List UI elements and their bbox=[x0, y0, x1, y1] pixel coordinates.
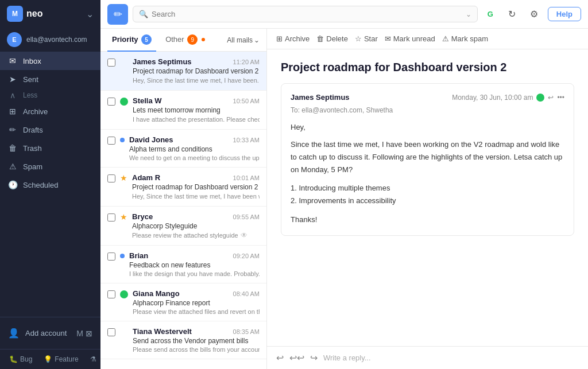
email-sender: Adam R bbox=[132, 173, 160, 182]
gmail-icon: M bbox=[76, 329, 83, 338]
email-time: 10:50 AM bbox=[233, 98, 260, 104]
email-checkbox[interactable] bbox=[107, 174, 115, 182]
mark-spam-label: Mark spam bbox=[451, 34, 488, 43]
body-line-1: Hey, bbox=[291, 121, 564, 134]
email-sender: Giana Mango bbox=[133, 289, 180, 298]
card-body: Hey, Since the last time we met, I have … bbox=[291, 121, 564, 226]
email-time: 11:20 AM bbox=[233, 59, 260, 65]
sidebar-item-drafts[interactable]: ✏ Drafts bbox=[0, 121, 100, 139]
all-mails-button[interactable]: All mails ⌄ bbox=[227, 36, 260, 44]
sidebar-item-spam[interactable]: ⚠ Spam bbox=[0, 157, 100, 176]
email-content: Tiana Westervelt 08:35 AM Send across th… bbox=[133, 327, 260, 353]
tab-priority[interactable]: Priority 5 bbox=[107, 29, 156, 52]
reply-bar: ↩ ↩↩ ↪ Write a reply... bbox=[267, 346, 588, 369]
reply-quick-icon[interactable]: ↩ bbox=[548, 94, 554, 102]
bug-button[interactable]: 🐛 Bug bbox=[5, 353, 37, 366]
green-status-dot bbox=[120, 290, 128, 298]
sidebar: M neo ⌄ E ella@avontech.com ✉ Inbox ➤ Se… bbox=[0, 0, 100, 369]
reply-icon[interactable]: ↩ bbox=[276, 352, 284, 363]
email-list-item[interactable]: Giana Mango 08:40 AM Alphacorp Finance r… bbox=[100, 283, 266, 321]
search-filter-icon[interactable]: ⌄ bbox=[466, 10, 471, 18]
email-header: James Septimus 11:20 AM bbox=[133, 57, 260, 66]
card-header: James Septimus Monday, 30 Jun, 10:00 am … bbox=[291, 93, 564, 102]
email-list-item[interactable]: Stella W 10:50 AM Lets meet tomorrow mor… bbox=[100, 91, 266, 130]
body-line-5: Thanks! bbox=[291, 213, 564, 226]
email-preview: I have attached the presentation. Please… bbox=[133, 115, 260, 123]
email-checkbox[interactable] bbox=[107, 137, 115, 145]
email-header: Tiana Westervelt 08:35 AM bbox=[133, 327, 260, 336]
sidebar-item-sent[interactable]: ➤ Sent bbox=[0, 70, 100, 88]
email-content: Adam R 10:01 AM Project roadmap for Dash… bbox=[132, 173, 260, 200]
sidebar-item-less[interactable]: ∧ Less bbox=[0, 88, 100, 102]
chevron-down-icon[interactable]: ⌄ bbox=[86, 9, 94, 20]
email-header: Stella W 10:50 AM bbox=[133, 96, 260, 105]
email-list-item[interactable]: ★ Adam R 10:01 AM Project roadmap for Da… bbox=[100, 168, 266, 207]
archive-toolbar-icon: ⊞ bbox=[276, 34, 283, 43]
feature-button[interactable]: 💡 Feature bbox=[39, 353, 83, 366]
email-preview: Please review the attached styleguide👁 bbox=[132, 231, 260, 239]
archive-icon: ⊞ bbox=[8, 107, 17, 116]
email-sender: James Septimus bbox=[133, 57, 192, 66]
sidebar-item-scheduled-label: Scheduled bbox=[23, 181, 58, 189]
sidebar-header: M neo ⌄ bbox=[0, 0, 100, 28]
tab-other[interactable]: Other 9 bbox=[161, 29, 210, 52]
sidebar-item-trash[interactable]: 🗑 Trash bbox=[0, 139, 100, 157]
other-dot bbox=[202, 38, 205, 41]
bottom-bar: 🐛 Bug 💡 Feature ⚗ bbox=[0, 349, 100, 369]
sidebar-item-sent-label: Sent bbox=[23, 75, 38, 84]
email-header: Adam R 10:01 AM bbox=[132, 173, 260, 182]
topbar: ✏ 🔍 ⌄ G ↻ ⚙ Help bbox=[100, 0, 588, 29]
help-button[interactable]: Help bbox=[548, 7, 581, 21]
email-list-item[interactable]: ★ Bryce 09:55 AM Alphacorp Styleguide Pl… bbox=[100, 207, 266, 246]
email-viewer: ⊞ Archive 🗑 Delete ☆ Star ✉ Mark unread … bbox=[267, 29, 588, 369]
unread-dot bbox=[120, 254, 125, 258]
email-sender: Brian bbox=[129, 251, 148, 260]
grammarly-icon[interactable]: G bbox=[482, 6, 498, 22]
email-subject-title: Project roadmap for Dashboard version 2 bbox=[281, 61, 574, 74]
inbox-icon: ✉ bbox=[8, 56, 17, 65]
email-checkbox[interactable] bbox=[107, 59, 115, 67]
email-time: 10:01 AM bbox=[233, 174, 260, 181]
mark-unread-button[interactable]: ✉ Mark unread bbox=[385, 34, 435, 43]
priority-badge: 5 bbox=[141, 34, 152, 45]
reply-input[interactable]: Write a reply... bbox=[323, 354, 579, 362]
forward-icon[interactable]: ↪ bbox=[310, 352, 318, 363]
sidebar-item-archive[interactable]: ⊞ Archive bbox=[0, 102, 100, 121]
compose-button[interactable]: ✏ bbox=[107, 4, 128, 25]
star-toolbar-icon: ☆ bbox=[355, 34, 362, 43]
delete-button[interactable]: 🗑 Delete bbox=[316, 34, 348, 43]
email-header: Brian 09:20 AM bbox=[129, 251, 260, 260]
email-list-item[interactable]: David Jones 10:33 AM Alpha terms and con… bbox=[100, 130, 266, 168]
refresh-icon[interactable]: ↻ bbox=[504, 6, 520, 22]
flask-button[interactable]: ⚗ bbox=[86, 353, 101, 366]
body-line-3: 1. Introducing multiple themes bbox=[291, 182, 564, 195]
search-input[interactable] bbox=[152, 10, 462, 18]
email-checkbox[interactable] bbox=[107, 328, 115, 336]
account-row[interactable]: E ella@avontech.com bbox=[0, 28, 100, 52]
sidebar-item-scheduled[interactable]: 🕐 Scheduled bbox=[0, 176, 100, 194]
mark-spam-button[interactable]: ⚠ Mark spam bbox=[442, 34, 488, 43]
more-options-icon[interactable]: ••• bbox=[557, 94, 564, 102]
card-date-area: Monday, 30 Jun, 10:00 am ↩ ••• bbox=[452, 94, 564, 102]
settings-icon[interactable]: ⚙ bbox=[526, 6, 542, 22]
archive-button[interactable]: ⊞ Archive bbox=[276, 34, 310, 43]
email-checkbox[interactable] bbox=[107, 213, 115, 222]
email-preview: We need to get on a meeting to discuss t… bbox=[129, 154, 260, 161]
bug-label: Bug bbox=[20, 355, 32, 363]
email-checkbox[interactable] bbox=[107, 98, 115, 106]
content: Priority 5 Other 9 All mails ⌄ J bbox=[100, 29, 588, 369]
email-list-item[interactable]: Brian 09:20 AM Feedback on new features … bbox=[100, 246, 266, 283]
email-list-item[interactable]: James Septimus 11:20 AM Project roadmap … bbox=[100, 52, 266, 91]
add-account-button[interactable]: 👤 Add account M ⊠ bbox=[0, 322, 100, 344]
star-indicator: ★ bbox=[120, 212, 127, 222]
sidebar-item-inbox[interactable]: ✉ Inbox bbox=[0, 52, 100, 70]
viewer-toolbar: ⊞ Archive 🗑 Delete ☆ Star ✉ Mark unread … bbox=[267, 29, 588, 49]
spam-icon: ⚠ bbox=[8, 162, 17, 171]
star-button[interactable]: ☆ Star bbox=[355, 34, 378, 43]
drafts-icon: ✏ bbox=[8, 125, 17, 134]
email-checkbox[interactable] bbox=[107, 290, 115, 298]
reply-all-icon[interactable]: ↩↩ bbox=[289, 352, 304, 363]
email-checkbox[interactable] bbox=[107, 253, 115, 261]
email-sender: David Jones bbox=[129, 135, 173, 144]
email-list-item[interactable]: Tiana Westervelt 08:35 AM Send across th… bbox=[100, 321, 266, 359]
